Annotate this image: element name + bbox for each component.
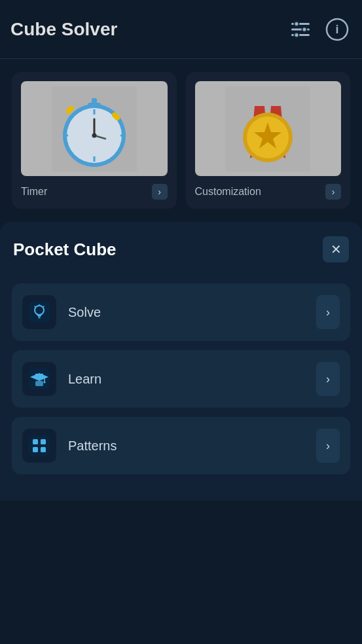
customization-card[interactable]: Customization › [186,72,351,209]
medal-illustration-svg [225,86,310,171]
info-icon: i [325,18,349,41]
learn-icon-wrap [22,362,56,396]
settings-icon [289,18,312,41]
info-icon-button[interactable]: i [323,15,352,44]
bottom-bar [0,618,362,644]
timer-illustration-svg [52,86,137,171]
timer-card[interactable]: Timer › [12,72,177,209]
pocket-cube-header: Pocket Cube ✕ [0,222,362,277]
solve-icon-wrap [22,295,56,329]
app-title: Cube Solver [10,19,117,40]
patterns-icon-wrap [22,429,56,463]
svg-point-17 [92,133,96,137]
learn-arrow: › [316,362,340,396]
menu-item-solve[interactable]: Solve › [12,283,350,341]
customization-card-label: Customization › [195,184,342,200]
menu-item-learn[interactable]: Learn › [12,350,350,408]
timer-card-image [21,81,168,176]
customization-label-text: Customization [195,186,261,198]
customization-card-image [195,81,342,176]
svg-rect-38 [35,381,43,386]
svg-rect-37 [35,374,43,375]
svg-line-33 [35,306,36,308]
cards-section: Timer › Customization › [0,59,362,222]
close-button[interactable]: ✕ [323,236,349,262]
solve-label: Solve [68,305,304,320]
svg-rect-43 [41,439,46,444]
customization-card-arrow: › [325,184,341,200]
pocket-cube-title: Pocket Cube [13,240,117,260]
svg-text:i: i [335,23,338,36]
menu-item-patterns[interactable]: Patterns › [12,417,350,474]
timer-card-arrow: › [152,184,168,200]
app-header: Cube Solver i [0,0,362,59]
svg-point-40 [44,382,46,384]
patterns-arrow: › [316,429,340,463]
svg-rect-42 [33,439,38,444]
solve-arrow: › [316,295,340,329]
svg-point-1 [295,22,299,26]
learn-icon [29,368,50,389]
svg-rect-41 [29,435,50,456]
timer-label-text: Timer [21,186,47,198]
header-icons: i [286,15,352,44]
pocket-cube-section: Pocket Cube ✕ Solve › [0,222,362,501]
svg-point-5 [295,33,299,37]
learn-label: Learn [68,372,304,387]
patterns-icon [29,435,50,456]
svg-rect-44 [33,447,38,452]
svg-rect-45 [41,447,46,452]
solve-icon [29,302,50,323]
menu-list: Solve › Learn › [0,277,362,481]
svg-line-34 [43,306,45,308]
patterns-label: Patterns [68,438,304,454]
svg-point-3 [302,27,307,31]
svg-rect-19 [92,98,97,104]
settings-icon-button[interactable] [286,15,315,44]
timer-card-label: Timer › [21,184,168,200]
